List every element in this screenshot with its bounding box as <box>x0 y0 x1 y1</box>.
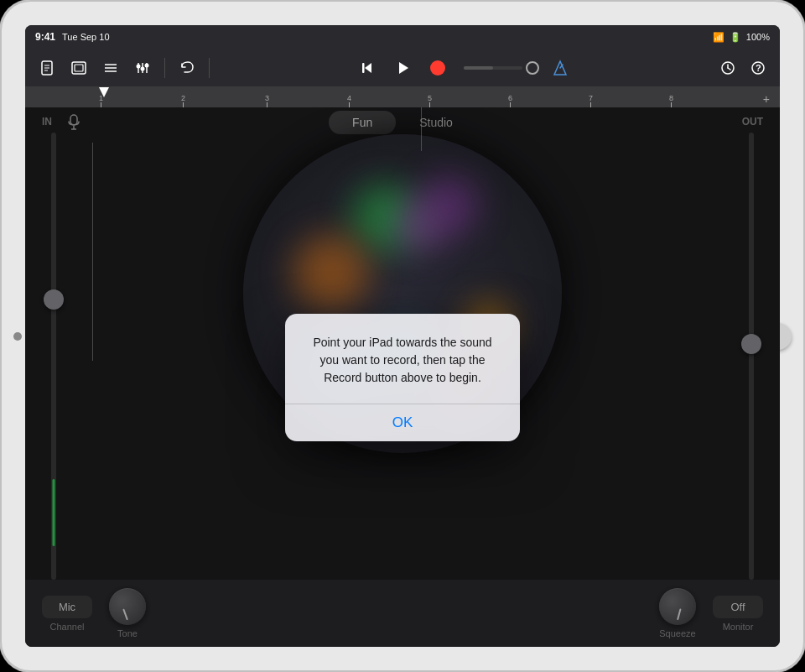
separator <box>164 58 165 78</box>
dialog-ok-button[interactable]: OK <box>305 404 500 441</box>
count-in-circle <box>526 61 539 75</box>
dialog-overlay: Point your iPad towards the sound you wa… <box>25 107 780 647</box>
ruler-mark-4: 4 <box>347 94 351 107</box>
separator2 <box>209 58 210 78</box>
svg-line-23 <box>728 68 730 70</box>
wifi-icon: 📶 <box>713 32 724 43</box>
svg-point-10 <box>137 64 141 68</box>
left-side-dot <box>13 332 22 341</box>
battery-icon: 🔋 <box>730 32 741 43</box>
new-song-button[interactable] <box>34 55 60 81</box>
svg-rect-5 <box>75 65 83 71</box>
ruler-mark-1: 1 <box>99 94 103 107</box>
status-bar: 9:41 Tue Sep 10 📶 🔋 100% <box>25 25 780 49</box>
svg-point-12 <box>141 66 145 70</box>
ruler-mark-5: 5 <box>428 94 432 107</box>
clock-button[interactable] <box>714 55 741 81</box>
dialog-message: Point your iPad towards the sound you wa… <box>305 334 500 387</box>
loop-button[interactable] <box>65 55 92 81</box>
metronome-button[interactable] <box>546 54 574 82</box>
ruler-mark-7: 7 <box>589 94 593 107</box>
toolbar-right: ? <box>714 55 771 81</box>
tracks-button[interactable] <box>97 55 124 81</box>
go-to-beginning-button[interactable] <box>353 54 382 82</box>
svg-marker-15 <box>365 63 371 73</box>
status-date: Tue Sep 10 <box>62 32 109 42</box>
svg-marker-17 <box>399 62 408 74</box>
svg-rect-16 <box>362 63 365 73</box>
help-button[interactable]: ? <box>745 55 771 81</box>
ruler-mark-2: 2 <box>181 94 185 107</box>
ruler-mark-6: 6 <box>508 94 512 107</box>
play-button[interactable] <box>388 54 417 82</box>
ruler-mark-3: 3 <box>265 94 269 107</box>
svg-point-18 <box>430 60 445 76</box>
mixer-button[interactable] <box>129 55 156 81</box>
transport-controls <box>218 54 709 82</box>
battery-percentage: 100% <box>746 32 770 42</box>
toolbar: ? <box>25 49 780 87</box>
undo-button[interactable] <box>174 55 200 81</box>
recording-tip-dialog: Point your iPad towards the sound you wa… <box>285 314 520 441</box>
count-in-slider[interactable] <box>464 66 522 70</box>
timeline-ruler: 1 2 3 4 5 6 7 <box>25 87 780 107</box>
svg-text:?: ? <box>756 63 761 73</box>
ruler-mark-8: 8 <box>669 94 673 107</box>
status-time: 9:41 <box>35 31 55 43</box>
add-track-button[interactable]: + <box>763 92 770 106</box>
record-button[interactable] <box>423 54 452 82</box>
svg-point-14 <box>145 63 149 67</box>
